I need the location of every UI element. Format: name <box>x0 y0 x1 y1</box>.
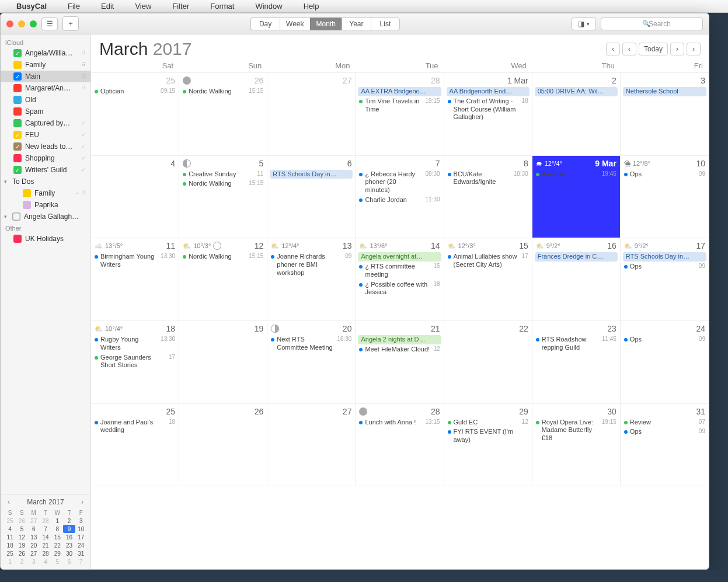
sidebar-section-to-dos[interactable]: ▾To Dos <box>1 176 90 187</box>
calendar-event[interactable]: 05:00 DRIVE AA: Wil… <box>535 87 618 96</box>
minical-day[interactable]: 3 <box>28 557 40 566</box>
view-week-tab[interactable]: Week <box>280 18 309 30</box>
calendar-list-item[interactable]: ✓FEU✓ <box>1 129 90 141</box>
minical-day[interactable]: 6 <box>28 525 40 533</box>
toggle-sidebar-button[interactable]: ☰ <box>41 18 58 30</box>
minical-day[interactable]: 28 <box>40 549 51 557</box>
day-cell[interactable]: ⛅9°/2°17RTS Schools Day in…Ops09 <box>621 238 709 321</box>
minical-day[interactable]: 25 <box>4 517 16 525</box>
minical-day[interactable]: 27 <box>28 549 40 557</box>
calendar-event[interactable]: Joanne Richards phoner re BMI workshop09 <box>270 252 353 277</box>
day-cell[interactable]: ⛅13°/6°14Angela overnight at…¿ RTS commi… <box>356 238 444 321</box>
menu-edit[interactable]: Edit <box>101 2 114 11</box>
day-cell[interactable]: ⛅12°/4°13Joanne Richards phoner re BMI w… <box>267 238 356 321</box>
calendar-event[interactable]: Nordic Walking15:15 <box>182 252 264 262</box>
menu-window[interactable]: Window <box>255 2 282 11</box>
next-week-button[interactable]: › <box>670 43 684 55</box>
minical-day[interactable]: 29 <box>51 549 63 557</box>
calendar-event[interactable]: ¿ Rebecca Hardy phoner (20 minutes)09:30 <box>358 170 441 195</box>
day-cell[interactable]: ⛅10°/4°18Rugby Young Writers13:30George … <box>91 321 179 404</box>
minical-day[interactable]: 2 <box>16 557 27 566</box>
view-month-tab[interactable]: Month <box>310 18 342 30</box>
minical-day[interactable]: 5 <box>51 557 63 566</box>
calendar-event[interactable]: Charlie Jordan11:30 <box>358 196 441 205</box>
calendar-list-item[interactable]: ✓Main⠿ <box>1 71 90 82</box>
day-cell[interactable]: ⛅9°/2°16Frances Dredge in C… <box>532 238 621 321</box>
calendar-event[interactable]: RTS Schools Day in… <box>270 170 353 179</box>
prev-month-button[interactable]: ‹ <box>606 43 620 55</box>
calendar-event[interactable]: AA EXTRA Bridgeno… <box>358 87 441 96</box>
view-day-tab[interactable]: Day <box>250 18 280 30</box>
calendar-event[interactable]: ¿ Possible coffee with Jessica18 <box>358 280 441 298</box>
day-cell[interactable]: 6RTS Schools Day in… <box>267 156 356 239</box>
search-input[interactable]: Search <box>601 18 703 30</box>
menu-view[interactable]: View <box>135 2 151 11</box>
day-cell[interactable]: ⛅10°/3°12Nordic Walking15:15 <box>179 238 267 321</box>
calendar-event[interactable]: Angela overnight at… <box>358 252 441 262</box>
menu-help[interactable]: Help <box>304 2 319 11</box>
today-button[interactable]: Today <box>639 43 668 55</box>
minical-day[interactable]: 10 <box>75 525 87 533</box>
calendar-event[interactable]: Animal Lullabies show (Secret City Arts)… <box>447 252 530 270</box>
minical-day[interactable]: 26 <box>16 517 27 525</box>
day-cell[interactable]: 5Creative Sunday11Nordic Walking15:15 <box>179 156 267 239</box>
menu-filter[interactable]: Filter <box>172 2 189 11</box>
calendar-event[interactable]: Angela 2 nights at D… <box>358 335 441 344</box>
day-cell[interactable]: 19 <box>179 321 267 404</box>
minical-prev-button[interactable]: ‹ <box>4 498 13 506</box>
minical-day[interactable]: 15 <box>51 533 63 541</box>
day-cell[interactable]: 23RTS Roadshow repping Guild11:45 <box>532 321 621 404</box>
prev-week-button[interactable]: ‹ <box>622 43 636 55</box>
day-cell[interactable]: 205:00 DRIVE AA: Wil… <box>532 73 621 156</box>
minical-day[interactable]: 18 <box>4 541 16 549</box>
calendar-list-item[interactable]: Captured by…✓ <box>1 117 90 129</box>
minical-day[interactable]: 31 <box>75 549 87 557</box>
calendar-list-item[interactable]: Margaret/An…⠿ <box>1 82 90 94</box>
calendar-list-item[interactable]: Spam <box>1 106 90 117</box>
minical-day[interactable]: 4 <box>40 557 51 566</box>
menu-file[interactable]: File <box>68 2 80 11</box>
calendar-event[interactable]: Ops09 <box>623 335 706 344</box>
calendar-event[interactable]: RTS Schools Day in… <box>623 252 706 262</box>
minical-day[interactable]: 20 <box>28 541 40 549</box>
day-cell[interactable]: 28Lunch with Anna !13:15 <box>356 404 444 487</box>
minical-day[interactable]: 26 <box>16 549 27 557</box>
day-cell[interactable]: 🌦12°/8°10Ops09 <box>621 156 709 239</box>
minical-day[interactable]: 7 <box>75 557 87 566</box>
calendar-list-item[interactable]: Shopping✓ <box>1 152 90 164</box>
minical-day[interactable]: 23 <box>63 541 75 549</box>
minical-day[interactable]: 2 <box>63 517 75 525</box>
minical-day[interactable]: 28 <box>40 517 51 525</box>
calendar-event[interactable]: AA Bridgenorth End… <box>447 87 530 96</box>
day-cell[interactable]: 8BCU/Kate Edwards/Ignite10:30 <box>444 156 532 239</box>
day-cell[interactable]: 25Optician09:15 <box>91 73 179 156</box>
calendar-event[interactable]: Nordic Walking15:15 <box>182 87 264 96</box>
calendar-event[interactable]: Optician09:15 <box>93 87 176 96</box>
view-year-tab[interactable]: Year <box>342 18 371 30</box>
minical-day[interactable]: 16 <box>63 533 75 541</box>
day-cell[interactable]: 20Next RTS Committee Meeting16:30 <box>267 321 356 404</box>
calendar-list-item[interactable]: Family⠿ <box>1 59 90 71</box>
day-cell[interactable]: 30Royal Opera Live: Madame Butterfly £18… <box>532 404 621 487</box>
calendar-event[interactable]: Review07 <box>623 418 706 427</box>
minical-day[interactable]: 6 <box>63 557 75 566</box>
day-cell[interactable]: 28AA EXTRA Bridgeno…Tim Vine Travels in … <box>356 73 444 156</box>
minical-day[interactable]: 1 <box>4 557 16 566</box>
minical-day[interactable]: 24 <box>75 541 87 549</box>
minical-day[interactable]: 5 <box>16 525 27 533</box>
calendar-list-item[interactable]: ✓Writers' Guild✓ <box>1 164 90 176</box>
menu-format[interactable]: Format <box>210 2 234 11</box>
calendar-list-item[interactable]: ✓Angela/Willia…⠿ <box>1 47 90 59</box>
toggle-info-panel-button[interactable]: ◨ ▾ <box>572 18 596 30</box>
calendar-event[interactable]: Amedee19:45 <box>535 170 618 179</box>
calendar-list-item[interactable]: Paprika <box>1 199 90 211</box>
day-cell[interactable]: 4 <box>91 156 179 239</box>
calendar-event[interactable]: Tim Vine Travels in Time19:15 <box>358 97 441 114</box>
calendar-list-item[interactable]: Family✓ ⠿ <box>1 187 90 199</box>
new-event-button[interactable]: ＋ <box>62 16 79 31</box>
calendar-event[interactable]: Birmingham Young Writers13:30 <box>93 252 176 270</box>
calendar-event[interactable]: FYI RTS EVENT (I'm away) <box>447 427 530 445</box>
day-cell[interactable]: ⛅12°/3°15Animal Lullabies show (Secret C… <box>444 238 532 321</box>
calendar-list-item[interactable]: Old <box>1 94 90 106</box>
day-cell[interactable]: 21Angela 2 nights at D…Meet FileMaker Cl… <box>356 321 444 404</box>
